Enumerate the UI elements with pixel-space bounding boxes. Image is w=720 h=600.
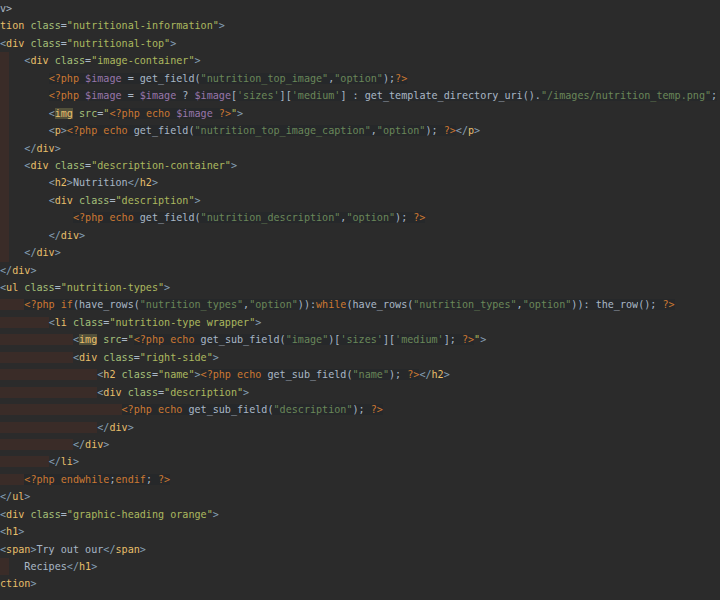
code-token: ?> [158,474,170,485]
code-token: span [6,544,30,555]
code-token [0,230,49,241]
code-line[interactable]: </div> [0,436,720,453]
code-line[interactable]: </div> [0,140,720,157]
code-line[interactable]: <?php $image = get_field("nutrition_top_… [0,70,720,87]
code-token: $image [176,108,212,119]
code-line[interactable]: Recipes</h1> [0,558,720,575]
code-token: )): [571,299,595,310]
code-line[interactable]: </div> [0,262,720,279]
code-token [0,212,73,223]
code-token: "description-container" [91,160,231,171]
code-token: ( [195,212,201,223]
code-line[interactable]: <?php endwhile;endif; ?> [0,471,720,488]
code-token: > [195,195,201,206]
code-token: </ [73,439,85,450]
code-token: <?php [24,474,60,485]
code-line[interactable]: <div class="nutritional-top"> [0,35,720,52]
code-token: class [128,387,158,398]
code-token: ); [425,125,443,136]
code-token: "description" [115,195,194,206]
code-line[interactable]: <?php echo get_field("nutrition_descript… [0,209,720,226]
code-line[interactable]: <?php if(have_rows("nutrition_types","op… [0,296,720,313]
code-line[interactable]: <div class="right-side"> [0,349,720,366]
code-line[interactable]: <li class="nutrition-type wrapper"> [0,314,720,331]
code-line[interactable]: <div class="graphic-heading orange"> [0,506,720,523]
code-token [0,160,24,171]
code-token: ction [0,578,30,589]
code-line[interactable]: <img src="<?php echo get_sub_field("imag… [0,331,720,348]
code-token: img [79,334,97,345]
code-token: > [18,526,24,537]
code-token: ul [6,282,18,293]
code-token: get_field [140,73,195,84]
code-token: , [517,299,523,310]
code-line[interactable]: <h2>Nutrition</h2> [0,174,720,191]
code-token: > [55,247,61,258]
code-token: > [164,282,170,293]
code-token: echo [109,212,139,223]
code-line[interactable]: v> [0,0,720,17]
code-line[interactable]: <ul class="nutrition-types"> [0,279,720,296]
code-token: "image" [286,334,329,345]
code-token: < [49,108,55,119]
code-token: div [6,509,24,520]
code-line[interactable]: <div class="description-container"> [0,157,720,174]
code-token: > [231,160,237,171]
code-token: </ [49,456,61,467]
code-line[interactable]: ction> [0,575,720,592]
code-line[interactable]: </div> [0,419,720,436]
code-token: h2 [103,369,115,380]
code-token: "description" [164,387,243,398]
code-token [0,369,97,380]
code-token [0,195,49,206]
code-line[interactable]: <div class="description"> [0,384,720,401]
code-token: h2 [432,369,444,380]
code-line[interactable]: <div class="description"> [0,192,720,209]
code-token: </ [24,143,36,154]
code-line[interactable]: </div> [0,244,720,261]
code-token: "nutrition_top_image_caption" [195,125,371,136]
code-token: div [30,160,48,171]
code-line[interactable]: <h1> [0,523,720,540]
code-token: ? [176,90,194,101]
code-editor[interactable]: v>tion class="nutritional-information"><… [0,0,720,600]
code-token [0,108,49,119]
code-token: "option" [377,125,426,136]
code-line[interactable]: <div class="image-container"> [0,52,720,69]
code-line[interactable]: <p><?php echo get_field("nutrition_top_i… [0,122,720,139]
code-token: "option" [346,212,395,223]
code-line[interactable]: </ul> [0,488,720,505]
code-token: ] : [340,90,364,101]
code-token: > [55,143,61,154]
code-token [0,352,73,363]
code-token: get_template_directory_uri(). [365,90,541,101]
code-token: ; [146,474,158,485]
code-token: > [91,561,97,572]
code-line[interactable]: </div> [0,227,720,244]
code-line[interactable]: tion class="nutritional-information"> [0,17,720,34]
code-token: )): [298,299,316,310]
code-line[interactable]: <h2 class="name"><?php echo get_sub_fiel… [0,366,720,383]
code-token: </ [24,247,36,258]
code-line[interactable]: <?php $image = $image ? $image['sizes'][… [0,87,720,104]
code-token: src [103,334,121,345]
code-token: ?> [371,404,383,415]
code-token: echo [170,334,200,345]
code-token: ?> [444,125,456,136]
code-token: <?php [109,108,145,119]
code-line[interactable]: <span>Try out our</span> [0,541,720,558]
code-token [0,422,97,433]
code-line[interactable]: <img src="<?php echo $image ?>"> [0,105,720,122]
code-token: "option" [523,299,572,310]
code-line[interactable]: <?php echo get_sub_field("description");… [0,401,720,418]
code-token: v> [0,3,12,14]
code-token: echo [237,369,267,380]
code-token: > [194,55,200,66]
code-token: ( [134,299,140,310]
code-token [0,561,24,572]
code-line[interactable]: </li> [0,453,720,470]
code-token: <?php [201,369,237,380]
code-token: > [24,491,30,502]
code-token: "/images/nutrition_temp.png" [541,90,711,101]
code-token: img [55,108,73,119]
